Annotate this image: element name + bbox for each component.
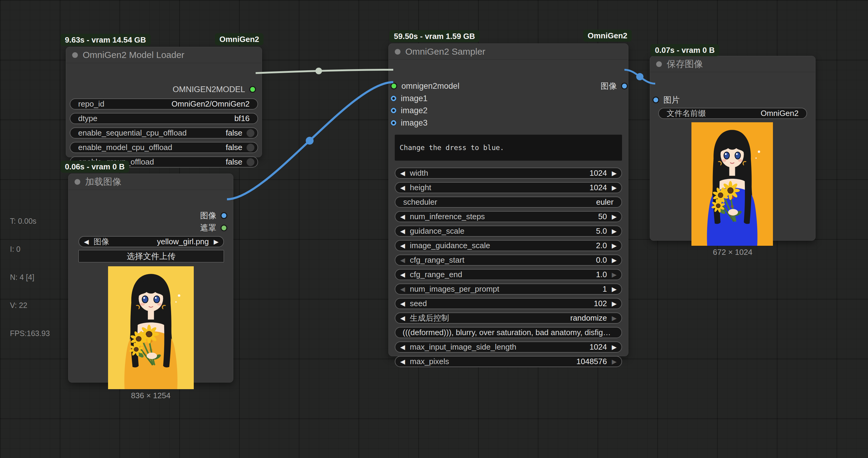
input-port-dot-omnigen2model[interactable]	[391, 83, 397, 89]
node-load-image[interactable]: 加载图像 图像 遮罩 图像 yellow_girl.png 选择文件上传	[68, 174, 233, 383]
perf-stats: T: 0.00s I: 0 N: 4 [4] V: 22 FPS:163.93	[10, 198, 50, 347]
increment-arrow-icon[interactable]	[607, 300, 621, 307]
output-port-dot-mask[interactable]	[221, 225, 227, 231]
output-omnigen2model: OMNIGEN2MODEL	[173, 85, 256, 94]
decrement-arrow-icon[interactable]	[395, 170, 410, 177]
stat-v: V: 22	[10, 301, 50, 310]
collapse-dot-icon[interactable]	[74, 179, 80, 185]
node-title-bar[interactable]: OmniGen2 Sampler	[389, 44, 628, 60]
widget-max-pixels[interactable]: max_pixels 1048576	[395, 356, 622, 367]
increment-arrow-icon[interactable]	[607, 314, 621, 322]
toggle-knob-icon[interactable]	[247, 144, 254, 152]
output-port-dot-image[interactable]	[621, 83, 628, 89]
node-omnigen2-model-loader[interactable]: OmniGen2 Model Loader OMNIGEN2MODEL repo…	[66, 47, 262, 157]
widget-image-guidance-scale[interactable]: image_guidance_scale 2.0	[395, 240, 622, 251]
widget-cfg-range-end[interactable]: cfg_range_end 1.0	[395, 269, 622, 280]
increment-arrow-icon[interactable]	[607, 242, 621, 249]
input-image1: image1	[391, 94, 428, 103]
prompt-textarea[interactable]: Change the dress to blue.	[395, 135, 622, 161]
input-port-dot-image2[interactable]	[391, 108, 397, 114]
wire-model-midpoint-dot[interactable]	[315, 68, 322, 74]
collapse-dot-icon[interactable]	[395, 49, 401, 55]
increment-arrow-icon[interactable]	[209, 238, 223, 245]
node-save-image[interactable]: 保存图像 图片 文件名前缀 OmniGen2	[650, 56, 815, 241]
widget-scheduler[interactable]: scheduler euler	[395, 196, 622, 208]
input-port-dot-picture[interactable]	[652, 97, 659, 103]
decrement-arrow-icon[interactable]	[395, 242, 410, 249]
widget-max-input-image-side-length[interactable]: max_input_image_side_length 1024	[395, 341, 622, 353]
output-port-dot-omnigen2model[interactable]	[249, 86, 256, 93]
wire-model-link	[256, 70, 393, 73]
widget-width[interactable]: width 1024	[395, 167, 622, 179]
collapse-dot-icon[interactable]	[72, 52, 78, 58]
increment-arrow-icon[interactable]	[607, 170, 621, 177]
widget-enable-model-cpu-offload[interactable]: enable_model_cpu_offload false	[70, 142, 258, 153]
decrement-arrow-icon[interactable]	[395, 300, 410, 307]
increment-arrow-icon[interactable]	[607, 213, 621, 220]
increment-arrow-icon[interactable]	[607, 271, 621, 278]
decrement-arrow-icon[interactable]	[395, 213, 410, 220]
tag-badge-sampler: OmniGen2	[583, 30, 632, 42]
output-image-preview	[691, 122, 773, 246]
increment-arrow-icon[interactable]	[607, 184, 621, 191]
widget-enable-sequential-cpu-offload[interactable]: enable_sequential_cpu_offload false	[70, 127, 258, 139]
widget-repo-id[interactable]: repo_id OmniGen2/OmniGen2	[70, 98, 258, 110]
increment-arrow-icon[interactable]	[607, 227, 621, 235]
widget-control-after-generate[interactable]: 生成后控制 randomize	[395, 312, 622, 324]
decrement-arrow-icon[interactable]	[395, 358, 410, 365]
timing-badge-load-image: 0.06s - vram 0 B	[60, 161, 129, 173]
widget-filename-prefix[interactable]: 文件名前缀 OmniGen2	[658, 108, 807, 119]
widget-seed[interactable]: seed 102	[395, 298, 622, 309]
stat-time: T: 0.00s	[10, 216, 50, 226]
input-image-preview	[108, 266, 194, 389]
girl-illustration-yellow	[108, 266, 194, 389]
increment-arrow-icon[interactable]	[607, 285, 621, 293]
stat-n: N: 4 [4]	[10, 273, 50, 282]
image-dimensions-caption: 672 × 1024	[650, 248, 815, 257]
node-title-bar[interactable]: OmniGen2 Model Loader	[66, 47, 262, 63]
node-title: OmniGen2 Sampler	[405, 47, 485, 57]
node-title-bar[interactable]: 加载图像	[68, 174, 233, 190]
widget-image-file[interactable]: 图像 yellow_girl.png	[79, 236, 224, 247]
node-title: 保存图像	[667, 58, 703, 70]
decrement-arrow-icon[interactable]	[395, 285, 410, 293]
decrement-arrow-icon[interactable]	[395, 343, 410, 351]
decrement-arrow-icon[interactable]	[395, 256, 410, 264]
image-dimensions-caption: 836 × 1254	[68, 391, 233, 400]
widget-height[interactable]: height 1024	[395, 182, 622, 193]
girl-illustration-blue	[691, 122, 773, 246]
widget-num-images-per-prompt[interactable]: num_images_per_prompt 1	[395, 283, 622, 295]
widget-guidance-scale[interactable]: guidance_scale 5.0	[395, 225, 622, 237]
increment-arrow-icon[interactable]	[607, 343, 621, 351]
input-image3: image3	[391, 118, 428, 127]
decrement-arrow-icon[interactable]	[79, 238, 94, 245]
stat-fps: FPS:163.93	[10, 329, 50, 338]
output-port-dot-image[interactable]	[221, 212, 227, 219]
input-port-dot-image3[interactable]	[391, 120, 397, 126]
stat-i: I: 0	[10, 245, 50, 254]
timing-badge-sampler: 59.50s - vram 1.59 GB	[389, 30, 479, 42]
output-mask: 遮罩	[200, 223, 227, 233]
upload-file-button[interactable]: 选择文件上传	[79, 250, 224, 262]
decrement-arrow-icon[interactable]	[395, 184, 410, 191]
increment-arrow-icon[interactable]	[607, 358, 621, 365]
widget-dtype[interactable]: dtype bf16	[70, 113, 258, 124]
increment-arrow-icon[interactable]	[607, 256, 621, 264]
node-omnigen2-sampler[interactable]: OmniGen2 Sampler omnigen2model image1 im…	[389, 43, 628, 356]
widget-num-inference-steps[interactable]: num_inference_steps 50	[395, 211, 622, 222]
timing-badge-save-image: 0.07s - vram 0 B	[650, 44, 719, 56]
toggle-knob-icon[interactable]	[247, 129, 254, 137]
decrement-arrow-icon[interactable]	[395, 271, 410, 278]
wire-image-midpoint-dot[interactable]	[306, 137, 314, 145]
decrement-arrow-icon[interactable]	[395, 314, 410, 322]
widget-cfg-range-start[interactable]: cfg_range_start 0.0	[395, 254, 622, 266]
input-port-dot-image1[interactable]	[391, 95, 397, 101]
node-title-bar[interactable]: 保存图像	[650, 56, 815, 72]
decrement-arrow-icon[interactable]	[395, 227, 410, 235]
collapse-dot-icon[interactable]	[656, 61, 662, 67]
toggle-knob-icon[interactable]	[247, 158, 254, 166]
widget-negative-prompt[interactable]: (((deformed))), blurry, over saturation,…	[395, 327, 622, 338]
wire-output-midpoint-dot[interactable]	[636, 73, 644, 80]
output-image: 图像	[600, 82, 628, 91]
input-picture: 图片	[652, 95, 680, 104]
